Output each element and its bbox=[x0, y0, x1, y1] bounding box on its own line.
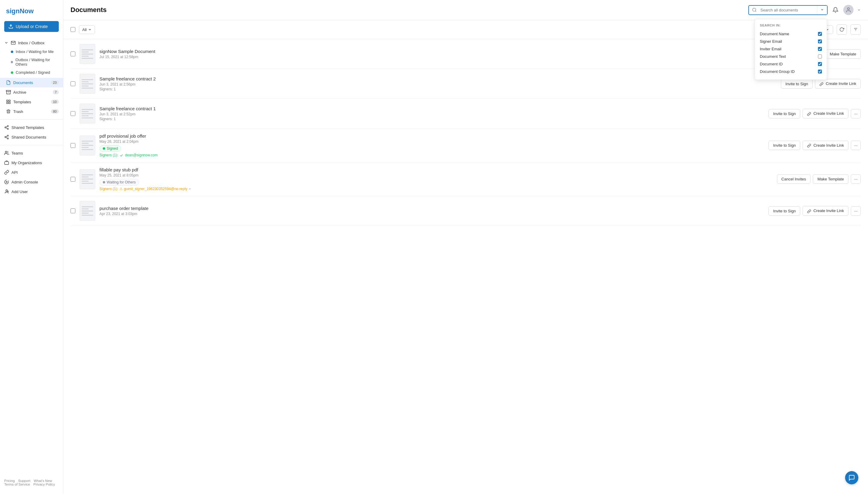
search-option-signer-email[interactable]: Signer Email bbox=[760, 38, 822, 45]
select-all-checkbox[interactable] bbox=[71, 27, 75, 32]
refresh-button[interactable] bbox=[837, 24, 847, 35]
sidebar-item-add-user[interactable]: Add User bbox=[0, 187, 63, 196]
doc-name-3[interactable]: pdf provisional job offer bbox=[99, 133, 764, 138]
sidebar-item-shared-documents[interactable]: Shared Documents bbox=[0, 132, 63, 142]
sidebar-item-admin-console[interactable]: Admin Console bbox=[0, 177, 63, 187]
doc-info-2: Sample freelance contract 1 Jun 3, 2021 … bbox=[99, 106, 764, 121]
invite-to-sign-button-3[interactable]: Invite to Sign bbox=[769, 141, 800, 150]
search-option-check-1[interactable] bbox=[818, 39, 822, 43]
teams-label: Teams bbox=[12, 151, 23, 155]
privacy-link[interactable]: Privacy Policy bbox=[34, 482, 55, 486]
pricing-link[interactable]: Pricing bbox=[4, 479, 15, 482]
search-option-document-name[interactable]: Document Name bbox=[760, 30, 822, 38]
filter-chevron-icon bbox=[88, 28, 92, 31]
table-row: signNow Sample Document Jul 15, 2021 at … bbox=[71, 39, 861, 69]
make-template-button-4[interactable]: Make Template bbox=[813, 174, 848, 184]
doc-checkbox-1[interactable] bbox=[71, 81, 75, 86]
search-option-document-text[interactable]: Document Text bbox=[760, 53, 822, 60]
invite-to-sign-button-5[interactable]: Invite to Sign bbox=[769, 206, 800, 216]
chat-bubble[interactable] bbox=[845, 471, 858, 484]
more-button-3[interactable]: ··· bbox=[851, 141, 861, 150]
search-option-check-0[interactable] bbox=[818, 32, 822, 36]
api-label: API bbox=[12, 170, 18, 175]
sidebar-item-inbox-waiting[interactable]: Inbox / Waiting for Me bbox=[0, 48, 63, 56]
create-invite-link-button-1[interactable]: Create Invite Link bbox=[815, 79, 861, 88]
create-invite-link-button-2[interactable]: Create Invite Link bbox=[802, 109, 848, 118]
archive-badge: 7 bbox=[53, 90, 59, 94]
doc-name-2[interactable]: Sample freelance contract 1 bbox=[99, 106, 764, 111]
sidebar-item-archive[interactable]: Archive 7 bbox=[0, 87, 63, 97]
sidebar-item-inbox-outbox[interactable]: Inbox / Outbox bbox=[0, 38, 63, 48]
templates-label: Templates bbox=[13, 100, 31, 104]
doc-date-3: May 26, 2021 at 2:04pm bbox=[99, 139, 764, 144]
table-row: fillable pay stub pdf May 25, 2021 at 8:… bbox=[71, 163, 861, 196]
doc-name-4[interactable]: fillable pay stub pdf bbox=[99, 167, 773, 172]
email-chevron-icon[interactable] bbox=[188, 187, 191, 190]
sidebar-item-documents[interactable]: Documents 23 bbox=[0, 78, 63, 87]
doc-name-0[interactable]: signNow Sample Document bbox=[99, 49, 778, 54]
chat-icon bbox=[848, 474, 855, 481]
sidebar-item-trash[interactable]: Trash 80 bbox=[0, 107, 63, 116]
sidebar-item-completed[interactable]: Completed / Signed bbox=[0, 69, 63, 77]
make-template-button-0[interactable]: Make Template bbox=[825, 50, 861, 59]
upload-create-button[interactable]: Upload or Create bbox=[4, 21, 59, 32]
search-option-label-0: Document Name bbox=[760, 32, 789, 36]
search-option-check-4[interactable] bbox=[818, 62, 822, 66]
notifications-bell[interactable] bbox=[831, 6, 840, 14]
admin-console-label: Admin Console bbox=[12, 180, 38, 184]
doc-thumbnail-5 bbox=[79, 201, 95, 221]
sidebar-item-outbox-waiting[interactable]: Outbox / Waiting for Others bbox=[0, 56, 63, 69]
sidebar-item-my-organizations[interactable]: My Organizations bbox=[0, 158, 63, 168]
doc-checkbox-2[interactable] bbox=[71, 111, 75, 116]
doc-info-4: fillable pay stub pdf May 25, 2021 at 8:… bbox=[99, 167, 773, 191]
outbox-waiting-label: Outbox / Waiting for Others bbox=[15, 58, 59, 66]
doc-checkbox-4[interactable] bbox=[71, 177, 75, 182]
filter-dropdown[interactable]: All bbox=[79, 25, 95, 34]
search-option-check-2[interactable] bbox=[818, 47, 822, 51]
create-invite-link-button-3[interactable]: Create Invite Link bbox=[802, 141, 848, 150]
search-option-document-id[interactable]: Document ID bbox=[760, 60, 822, 68]
whats-new-link[interactable]: What's New bbox=[34, 479, 52, 482]
doc-checkbox-3[interactable] bbox=[71, 143, 75, 148]
search-option-check-3[interactable] bbox=[818, 55, 822, 58]
create-invite-link-button-5[interactable]: Create Invite Link bbox=[802, 206, 848, 215]
invite-to-sign-button-1[interactable]: Invite to Sign bbox=[781, 79, 813, 89]
doc-name-1[interactable]: Sample freelance contract 2 bbox=[99, 76, 777, 81]
invite-to-sign-button-2[interactable]: Invite to Sign bbox=[769, 109, 800, 118]
more-button-2[interactable]: ··· bbox=[851, 109, 861, 118]
filter-options-button[interactable] bbox=[851, 24, 861, 35]
doc-thumbnail-1 bbox=[79, 74, 95, 94]
doc-thumbnail-3 bbox=[79, 136, 95, 155]
doc-actions-1: Invite to Sign Create Invite Link bbox=[781, 79, 861, 88]
search-option-document-group-id[interactable]: Document Group ID bbox=[760, 68, 822, 75]
doc-name-5[interactable]: purchase order template bbox=[99, 206, 764, 211]
svg-point-19 bbox=[6, 181, 7, 183]
sidebar-item-shared-templates[interactable]: Shared Templates bbox=[0, 122, 63, 132]
sidebar-item-api[interactable]: API bbox=[0, 168, 63, 177]
terms-link[interactable]: Terms of Service bbox=[4, 482, 30, 486]
doc-checkbox-5[interactable] bbox=[71, 208, 75, 213]
user-avatar[interactable] bbox=[843, 5, 853, 15]
more-button-4[interactable]: ··· bbox=[851, 174, 861, 184]
search-option-check-5[interactable] bbox=[818, 70, 822, 74]
completed-dot bbox=[11, 71, 13, 74]
avatar-chevron-icon[interactable] bbox=[857, 8, 861, 12]
search-dropdown-toggle[interactable] bbox=[817, 6, 827, 15]
svg-point-9 bbox=[7, 128, 8, 130]
more-button-5[interactable]: ··· bbox=[851, 206, 861, 216]
search-option-label-5: Document Group ID bbox=[760, 69, 795, 74]
table-row: purchase order template Apr 23, 2021 at … bbox=[71, 196, 861, 226]
sidebar-item-teams[interactable]: Teams bbox=[0, 148, 63, 158]
svg-line-16 bbox=[6, 136, 7, 137]
sidebar-item-templates[interactable]: Templates 10 bbox=[0, 97, 63, 107]
doc-thumbnail-4 bbox=[79, 169, 95, 189]
svg-point-8 bbox=[5, 127, 6, 128]
link-icon bbox=[807, 209, 811, 213]
svg-line-11 bbox=[6, 126, 7, 127]
cancel-invites-button-4[interactable]: Cancel Invites bbox=[777, 174, 811, 184]
search-option-label-1: Signer Email bbox=[760, 39, 782, 44]
search-option-inviter-email[interactable]: Inviter Email bbox=[760, 45, 822, 53]
support-link[interactable]: Support bbox=[18, 479, 30, 482]
search-input[interactable] bbox=[757, 6, 817, 15]
doc-checkbox-0[interactable] bbox=[71, 52, 75, 56]
